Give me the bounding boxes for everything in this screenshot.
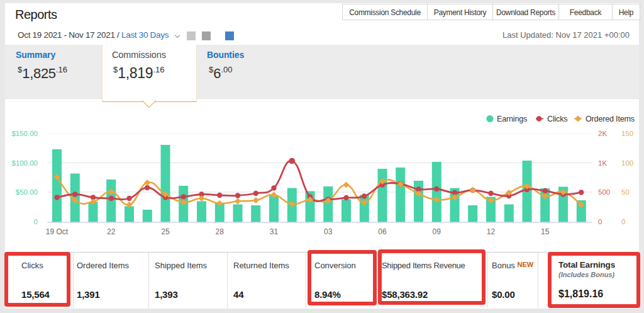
svg-text:15: 15 — [541, 227, 550, 236]
svg-text:19 Oct: 19 Oct — [46, 227, 69, 236]
svg-text:03: 03 — [324, 227, 333, 236]
svg-text:50: 50 — [621, 188, 630, 196]
svg-text:Ordered Items: Ordered Items — [586, 115, 635, 123]
svg-text:100: 100 — [621, 159, 633, 167]
svg-text:1K: 1K — [598, 159, 607, 167]
svg-text:28: 28 — [216, 227, 225, 236]
svg-text:06: 06 — [378, 227, 387, 236]
svg-text:2K: 2K — [598, 130, 607, 137]
svg-text:22: 22 — [107, 227, 116, 236]
svg-text:0: 0 — [34, 218, 38, 225]
svg-text:500: 500 — [598, 188, 610, 196]
svg-text:150: 150 — [621, 130, 633, 137]
svg-text:$150.00: $150.00 — [11, 130, 38, 137]
svg-text:$50.00: $50.00 — [16, 188, 38, 196]
svg-text:Clicks: Clicks — [547, 115, 567, 123]
svg-text:12: 12 — [487, 227, 496, 236]
svg-text:$100.00: $100.00 — [11, 159, 38, 167]
svg-text:31: 31 — [270, 227, 279, 236]
svg-text:09: 09 — [433, 227, 441, 236]
svg-text:0: 0 — [621, 218, 625, 225]
svg-text:25: 25 — [161, 227, 170, 236]
svg-text:0: 0 — [598, 218, 602, 225]
svg-text:Earnings: Earnings — [497, 115, 527, 123]
